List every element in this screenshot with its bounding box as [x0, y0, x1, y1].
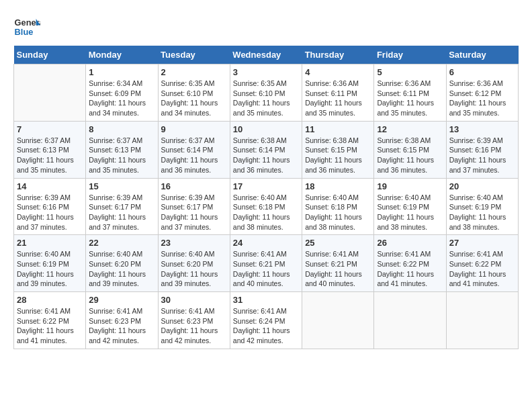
calendar-body: 1Sunrise: 6:34 AM Sunset: 6:09 PM Daylig…	[14, 64, 519, 349]
col-sunday: Sunday	[14, 46, 86, 64]
calendar-cell: 8Sunrise: 6:37 AM Sunset: 6:13 PM Daylig…	[86, 121, 158, 178]
day-number: 24	[233, 238, 299, 248]
day-info: Sunrise: 6:40 AM Sunset: 6:18 PM Dayligh…	[305, 193, 371, 232]
calendar-cell: 24Sunrise: 6:41 AM Sunset: 6:21 PM Dayli…	[230, 235, 302, 292]
day-number: 14	[17, 181, 83, 191]
calendar-cell: 10Sunrise: 6:38 AM Sunset: 6:14 PM Dayli…	[230, 121, 302, 178]
calendar-row: 28Sunrise: 6:41 AM Sunset: 6:22 PM Dayli…	[14, 292, 519, 349]
logo: General Blue	[13, 13, 40, 40]
calendar-cell: 19Sunrise: 6:40 AM Sunset: 6:19 PM Dayli…	[374, 178, 446, 235]
calendar-cell: 6Sunrise: 6:36 AM Sunset: 6:12 PM Daylig…	[446, 64, 518, 122]
day-number: 29	[89, 295, 154, 305]
calendar-cell: 17Sunrise: 6:40 AM Sunset: 6:18 PM Dayli…	[230, 178, 302, 235]
calendar-cell: 4Sunrise: 6:36 AM Sunset: 6:11 PM Daylig…	[302, 64, 374, 122]
day-info: Sunrise: 6:39 AM Sunset: 6:16 PM Dayligh…	[449, 136, 515, 175]
calendar-cell: 23Sunrise: 6:40 AM Sunset: 6:20 PM Dayli…	[158, 235, 230, 292]
day-info: Sunrise: 6:41 AM Sunset: 6:22 PM Dayligh…	[17, 306, 83, 346]
day-number: 22	[89, 238, 154, 248]
page-header: General Blue	[13, 13, 519, 40]
day-number: 8	[89, 124, 154, 134]
col-friday: Friday	[374, 46, 446, 64]
day-number: 12	[377, 124, 443, 134]
day-info: Sunrise: 6:37 AM Sunset: 6:13 PM Dayligh…	[17, 136, 83, 175]
calendar-cell	[374, 292, 446, 349]
day-number: 10	[233, 124, 299, 134]
calendar-cell: 13Sunrise: 6:39 AM Sunset: 6:16 PM Dayli…	[446, 121, 518, 178]
day-number: 19	[377, 181, 443, 191]
day-info: Sunrise: 6:41 AM Sunset: 6:22 PM Dayligh…	[449, 249, 515, 289]
calendar-cell: 29Sunrise: 6:41 AM Sunset: 6:23 PM Dayli…	[86, 292, 158, 349]
day-number: 28	[17, 295, 83, 305]
day-info: Sunrise: 6:40 AM Sunset: 6:19 PM Dayligh…	[449, 193, 515, 232]
day-info: Sunrise: 6:40 AM Sunset: 6:19 PM Dayligh…	[17, 249, 83, 289]
day-info: Sunrise: 6:40 AM Sunset: 6:20 PM Dayligh…	[161, 249, 227, 289]
day-info: Sunrise: 6:40 AM Sunset: 6:19 PM Dayligh…	[377, 193, 443, 232]
day-info: Sunrise: 6:36 AM Sunset: 6:11 PM Dayligh…	[305, 79, 371, 118]
calendar-cell: 3Sunrise: 6:35 AM Sunset: 6:10 PM Daylig…	[230, 64, 302, 122]
day-number: 9	[161, 124, 227, 134]
calendar-cell: 11Sunrise: 6:38 AM Sunset: 6:15 PM Dayli…	[302, 121, 374, 178]
day-info: Sunrise: 6:36 AM Sunset: 6:12 PM Dayligh…	[449, 79, 515, 118]
calendar-cell: 5Sunrise: 6:36 AM Sunset: 6:11 PM Daylig…	[374, 64, 446, 122]
day-number: 20	[449, 181, 515, 191]
day-info: Sunrise: 6:38 AM Sunset: 6:14 PM Dayligh…	[233, 136, 299, 175]
day-number: 17	[233, 181, 299, 191]
svg-text:Blue: Blue	[15, 27, 34, 37]
day-number: 11	[305, 124, 371, 134]
day-info: Sunrise: 6:37 AM Sunset: 6:13 PM Dayligh…	[89, 136, 154, 175]
calendar-cell	[302, 292, 374, 349]
day-info: Sunrise: 6:39 AM Sunset: 6:17 PM Dayligh…	[161, 193, 227, 232]
calendar-table: Sunday Monday Tuesday Wednesday Thursday…	[13, 46, 519, 349]
calendar-cell: 16Sunrise: 6:39 AM Sunset: 6:17 PM Dayli…	[158, 178, 230, 235]
day-info: Sunrise: 6:41 AM Sunset: 6:21 PM Dayligh…	[305, 249, 371, 289]
day-number: 3	[233, 67, 299, 77]
calendar-cell: 21Sunrise: 6:40 AM Sunset: 6:19 PM Dayli…	[14, 235, 86, 292]
day-info: Sunrise: 6:38 AM Sunset: 6:15 PM Dayligh…	[305, 136, 371, 175]
header-row: Sunday Monday Tuesday Wednesday Thursday…	[14, 46, 519, 64]
day-info: Sunrise: 6:37 AM Sunset: 6:14 PM Dayligh…	[161, 136, 227, 175]
calendar-row: 21Sunrise: 6:40 AM Sunset: 6:19 PM Dayli…	[14, 235, 519, 292]
day-number: 15	[89, 181, 154, 191]
calendar-cell: 9Sunrise: 6:37 AM Sunset: 6:14 PM Daylig…	[158, 121, 230, 178]
calendar-cell: 2Sunrise: 6:35 AM Sunset: 6:10 PM Daylig…	[158, 64, 230, 122]
day-info: Sunrise: 6:41 AM Sunset: 6:22 PM Dayligh…	[377, 249, 443, 289]
calendar-cell: 14Sunrise: 6:39 AM Sunset: 6:16 PM Dayli…	[14, 178, 86, 235]
calendar-cell: 26Sunrise: 6:41 AM Sunset: 6:22 PM Dayli…	[374, 235, 446, 292]
col-wednesday: Wednesday	[230, 46, 302, 64]
day-number: 7	[17, 124, 83, 134]
calendar-cell: 25Sunrise: 6:41 AM Sunset: 6:21 PM Dayli…	[302, 235, 374, 292]
day-info: Sunrise: 6:39 AM Sunset: 6:17 PM Dayligh…	[89, 193, 154, 232]
day-number: 16	[161, 181, 227, 191]
calendar-cell: 12Sunrise: 6:38 AM Sunset: 6:15 PM Dayli…	[374, 121, 446, 178]
day-number: 4	[305, 67, 371, 77]
day-number: 13	[449, 124, 515, 134]
day-number: 2	[161, 67, 227, 77]
day-number: 21	[17, 238, 83, 248]
day-number: 1	[89, 67, 154, 77]
calendar-row: 1Sunrise: 6:34 AM Sunset: 6:09 PM Daylig…	[14, 64, 519, 122]
logo-icon: General Blue	[13, 13, 40, 40]
day-info: Sunrise: 6:35 AM Sunset: 6:10 PM Dayligh…	[161, 79, 227, 118]
day-number: 26	[377, 238, 443, 248]
calendar-cell: 18Sunrise: 6:40 AM Sunset: 6:18 PM Dayli…	[302, 178, 374, 235]
day-info: Sunrise: 6:41 AM Sunset: 6:23 PM Dayligh…	[161, 306, 227, 346]
day-number: 31	[233, 295, 299, 305]
calendar-cell: 30Sunrise: 6:41 AM Sunset: 6:23 PM Dayli…	[158, 292, 230, 349]
calendar-cell: 20Sunrise: 6:40 AM Sunset: 6:19 PM Dayli…	[446, 178, 518, 235]
day-info: Sunrise: 6:39 AM Sunset: 6:16 PM Dayligh…	[17, 193, 83, 232]
calendar-row: 14Sunrise: 6:39 AM Sunset: 6:16 PM Dayli…	[14, 178, 519, 235]
calendar-row: 7Sunrise: 6:37 AM Sunset: 6:13 PM Daylig…	[14, 121, 519, 178]
col-tuesday: Tuesday	[158, 46, 230, 64]
day-number: 23	[161, 238, 227, 248]
calendar-cell: 15Sunrise: 6:39 AM Sunset: 6:17 PM Dayli…	[86, 178, 158, 235]
col-monday: Monday	[86, 46, 158, 64]
calendar-cell: 22Sunrise: 6:40 AM Sunset: 6:20 PM Dayli…	[86, 235, 158, 292]
calendar-cell: 7Sunrise: 6:37 AM Sunset: 6:13 PM Daylig…	[14, 121, 86, 178]
day-number: 25	[305, 238, 371, 248]
day-info: Sunrise: 6:34 AM Sunset: 6:09 PM Dayligh…	[89, 79, 154, 118]
calendar-cell: 27Sunrise: 6:41 AM Sunset: 6:22 PM Dayli…	[446, 235, 518, 292]
calendar-cell: 31Sunrise: 6:41 AM Sunset: 6:24 PM Dayli…	[230, 292, 302, 349]
day-info: Sunrise: 6:41 AM Sunset: 6:23 PM Dayligh…	[89, 306, 154, 346]
day-number: 6	[449, 67, 515, 77]
calendar-cell	[446, 292, 518, 349]
